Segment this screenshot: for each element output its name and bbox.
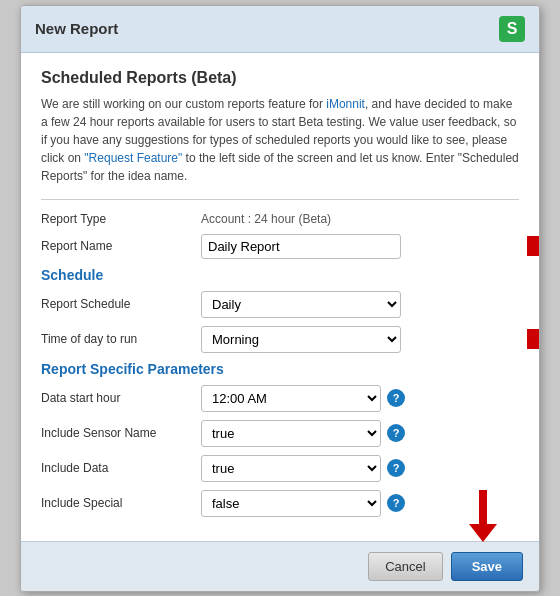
include-data-label: Include Data bbox=[41, 461, 201, 475]
time-of-day-arrow-icon bbox=[527, 325, 540, 353]
svg-rect-2 bbox=[479, 490, 487, 526]
section-title: Scheduled Reports (Beta) bbox=[41, 69, 519, 87]
request-feature-link[interactable]: "Request Feature" bbox=[84, 151, 182, 165]
schedule-section-title: Schedule bbox=[41, 267, 519, 283]
dialog-body: Scheduled Reports (Beta) We are still wo… bbox=[21, 53, 539, 541]
data-start-hour-help-icon[interactable]: ? bbox=[387, 389, 405, 407]
cancel-button[interactable]: Cancel bbox=[368, 552, 442, 581]
header-logo-icon: S bbox=[499, 16, 525, 42]
time-of-day-select[interactable]: Morning Afternoon Evening bbox=[201, 326, 401, 353]
data-start-hour-row: Data start hour 12:00 AM 1:00 AM 2:00 AM… bbox=[41, 385, 519, 412]
data-start-hour-select[interactable]: 12:00 AM 1:00 AM 2:00 AM bbox=[201, 385, 381, 412]
new-report-dialog: New Report S Scheduled Reports (Beta) We… bbox=[20, 5, 540, 592]
report-schedule-row: Report Schedule Daily Weekly Monthly bbox=[41, 291, 519, 318]
report-name-row: Report Name bbox=[41, 234, 519, 259]
report-schedule-select[interactable]: Daily Weekly Monthly bbox=[201, 291, 401, 318]
dialog-footer: Cancel Save bbox=[21, 541, 539, 591]
time-of-day-label: Time of day to run bbox=[41, 332, 201, 346]
svg-marker-0 bbox=[527, 232, 540, 260]
include-special-row: Include Special false true ? bbox=[41, 490, 519, 517]
include-sensor-name-label: Include Sensor Name bbox=[41, 426, 201, 440]
include-sensor-name-select[interactable]: true false bbox=[201, 420, 381, 447]
include-special-select[interactable]: false true bbox=[201, 490, 381, 517]
svg-marker-1 bbox=[527, 325, 540, 353]
include-special-label: Include Special bbox=[41, 496, 201, 510]
report-type-value: Account : 24 hour (Beta) bbox=[201, 212, 331, 226]
include-data-select[interactable]: true false bbox=[201, 455, 381, 482]
params-section-title: Report Specific Parameters bbox=[41, 361, 519, 377]
svg-marker-3 bbox=[469, 524, 497, 542]
imonnit-link[interactable]: iMonnit bbox=[326, 97, 365, 111]
description-text: We are still working on our custom repor… bbox=[41, 95, 519, 185]
save-arrow-icon bbox=[469, 490, 497, 542]
include-sensor-name-row: Include Sensor Name true false ? bbox=[41, 420, 519, 447]
include-data-help-icon[interactable]: ? bbox=[387, 459, 405, 477]
report-type-label: Report Type bbox=[41, 212, 201, 226]
save-button[interactable]: Save bbox=[451, 552, 523, 581]
dialog-header: New Report S bbox=[21, 6, 539, 53]
data-start-hour-label: Data start hour bbox=[41, 391, 201, 405]
include-sensor-name-help-icon[interactable]: ? bbox=[387, 424, 405, 442]
include-data-row: Include Data true false ? bbox=[41, 455, 519, 482]
report-schedule-label: Report Schedule bbox=[41, 297, 201, 311]
report-name-label: Report Name bbox=[41, 239, 201, 253]
include-special-help-icon[interactable]: ? bbox=[387, 494, 405, 512]
report-name-input[interactable] bbox=[201, 234, 401, 259]
divider bbox=[41, 199, 519, 200]
dialog-title: New Report bbox=[35, 20, 118, 37]
time-of-day-row: Time of day to run Morning Afternoon Eve… bbox=[41, 326, 519, 353]
report-name-arrow-icon bbox=[527, 232, 540, 260]
report-type-row: Report Type Account : 24 hour (Beta) bbox=[41, 212, 519, 226]
